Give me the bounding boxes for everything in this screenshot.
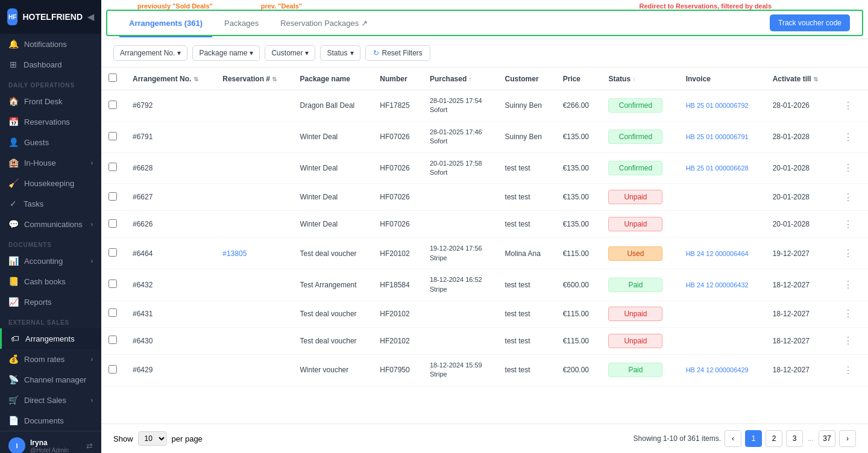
- row-checkbox[interactable]: [108, 163, 117, 171]
- filter-package-name[interactable]: Package name ▾: [192, 45, 260, 61]
- cell-number: HF07026: [373, 184, 423, 211]
- col-actions: [832, 67, 868, 90]
- sidebar-item-tasks[interactable]: ✓ Tasks: [0, 193, 101, 214]
- invoice-link[interactable]: HB 24 12 000006432: [686, 281, 749, 289]
- cell-activate-till: 28-01-2028: [766, 121, 833, 152]
- col-invoice: Invoice: [679, 67, 766, 90]
- row-more-button[interactable]: ⋮: [840, 334, 857, 348]
- col-arrangement-no[interactable]: Arrangement No. ⇅: [125, 67, 215, 90]
- row-checkbox[interactable]: [108, 365, 117, 373]
- cell-reservation: [215, 184, 292, 211]
- row-checkbox[interactable]: [108, 308, 117, 317]
- sidebar-item-notifications[interactable]: 🔔 Notifications: [0, 34, 101, 54]
- accounting-chevron: ›: [91, 258, 93, 264]
- prev-page-btn[interactable]: ‹: [725, 430, 741, 447]
- row-more-button[interactable]: ⋮: [840, 246, 857, 260]
- col-reservation[interactable]: Reservation # ⇅: [215, 67, 292, 90]
- sidebar-item-reservations[interactable]: 📅 Reservations: [0, 111, 101, 132]
- col-purchased[interactable]: Purchased ↑: [423, 67, 498, 90]
- cell-number: HF18584: [373, 269, 423, 301]
- filter-arrangement-no[interactable]: Arrangement No. ▾: [113, 45, 187, 61]
- sidebar-item-in-house[interactable]: 🏨 In-House ›: [0, 152, 101, 173]
- col-activate-till[interactable]: Activate till ⇅: [766, 67, 833, 90]
- row-more-button[interactable]: ⋮: [840, 217, 857, 231]
- sidebar-item-front-desk[interactable]: 🏠 Front Desk: [0, 91, 101, 111]
- cell-customer: test test: [498, 327, 556, 354]
- cell-invoice: HB 24 12 000006429: [679, 354, 766, 386]
- invoice-link[interactable]: HB 25 01 000006628: [686, 164, 749, 172]
- cell-package-name: Test Arrangement: [293, 269, 373, 301]
- row-more-button[interactable]: ⋮: [840, 278, 857, 292]
- select-all-header[interactable]: [101, 67, 125, 90]
- track-voucher-button[interactable]: Track voucher code: [770, 14, 850, 31]
- filter-customer[interactable]: Customer ▾: [265, 45, 315, 61]
- row-checkbox[interactable]: [108, 248, 117, 257]
- row-more-button[interactable]: ⋮: [840, 161, 857, 175]
- sidebar-item-documents[interactable]: 📄 Documents: [0, 410, 101, 431]
- next-page-btn[interactable]: ›: [839, 430, 856, 447]
- sort-icon: ⇅: [272, 76, 277, 83]
- row-more-button[interactable]: ⋮: [840, 363, 857, 377]
- sidebar-item-cash-books[interactable]: 📒 Cash books: [0, 271, 101, 292]
- bell-icon: 🔔: [8, 39, 19, 49]
- table-row: #6430Test deal voucherHF20102test test€1…: [101, 327, 868, 354]
- page-1-btn[interactable]: 1: [745, 430, 762, 447]
- row-more-button[interactable]: ⋮: [840, 307, 857, 320]
- page-last-btn[interactable]: 37: [819, 430, 835, 447]
- cell-arrangement-no: #6430: [125, 327, 215, 354]
- sidebar-item-communications[interactable]: 💬 Communications ›: [0, 214, 101, 234]
- row-more-button[interactable]: ⋮: [840, 99, 857, 113]
- cell-status: Confirmed: [601, 90, 678, 122]
- sidebar-item-housekeeping[interactable]: 🧹 Housekeeping: [0, 173, 101, 193]
- annotation-sold-deals: previously "Sold Deals": [137, 2, 213, 10]
- row-more-button[interactable]: ⋮: [840, 190, 857, 204]
- invoice-link[interactable]: HB 25 01 000006792: [686, 102, 749, 109]
- cell-invoice: HB 24 12 000006432: [679, 269, 766, 301]
- show-label: Show: [113, 434, 133, 443]
- sidebar-item-direct-sales[interactable]: 🛒 Direct Sales ›: [0, 390, 101, 410]
- page-2-btn[interactable]: 2: [766, 430, 782, 447]
- sidebar-item-channel-manager[interactable]: 📡 Channel manager: [0, 369, 101, 390]
- user-role: @Hotel Admin: [30, 447, 69, 454]
- tab-arrangements[interactable]: Arrangements (361): [119, 10, 212, 37]
- sidebar-item-reports[interactable]: 📈 Reports: [0, 292, 101, 312]
- invoice-link[interactable]: HB 24 12 000006429: [686, 366, 749, 373]
- cell-reservation: [215, 211, 292, 238]
- col-status[interactable]: Status ↑: [601, 67, 678, 90]
- page-3-btn[interactable]: 3: [786, 430, 803, 447]
- invoice-link[interactable]: HB 25 01 000006791: [686, 133, 749, 140]
- sidebar-collapse-btn[interactable]: ◀: [87, 12, 94, 22]
- reservation-link[interactable]: #13805: [222, 249, 247, 258]
- select-all-checkbox[interactable]: [108, 73, 117, 82]
- sidebar-item-arrangements[interactable]: 🏷 Arrangements: [0, 328, 101, 349]
- sidebar-item-room-rates[interactable]: 💰 Room rates ›: [0, 349, 101, 369]
- sidebar-item-dashboard[interactable]: ⊞ Dashboard: [0, 54, 101, 75]
- reset-filters-button[interactable]: ↻ Reset Filters: [365, 45, 430, 61]
- cell-invoice: HB 25 01 000006792: [679, 90, 766, 122]
- tab-reservation-packages[interactable]: Reservation Packages ↗: [271, 10, 377, 37]
- invoice-link[interactable]: HB 24 12 000006464: [686, 250, 749, 257]
- row-checkbox[interactable]: [108, 192, 117, 201]
- tabs-bar: Arrangements (361) Packages Reservation …: [106, 10, 863, 36]
- row-checkbox[interactable]: [108, 280, 117, 288]
- row-checkbox[interactable]: [108, 101, 117, 109]
- app-name: HOTELFRIEND: [22, 12, 83, 22]
- guests-icon: 👤: [8, 137, 19, 147]
- row-checkbox[interactable]: [108, 219, 117, 228]
- sidebar-item-accounting[interactable]: 📊 Accounting ›: [0, 251, 101, 271]
- row-checkbox[interactable]: [108, 336, 117, 344]
- row-checkbox[interactable]: [108, 132, 117, 140]
- col-number: Number: [373, 67, 423, 90]
- user-menu-icon[interactable]: ⇄: [86, 442, 93, 451]
- cell-activate-till: 18-12-2027: [766, 354, 833, 386]
- row-checkbox-cell: [101, 269, 125, 301]
- pagination-dots: ...: [807, 434, 815, 443]
- status-badge: Paid: [608, 278, 662, 292]
- tab-packages[interactable]: Packages: [215, 10, 268, 37]
- sidebar-item-guests[interactable]: 👤 Guests: [0, 132, 101, 152]
- page-size-select[interactable]: 10 25 50: [138, 431, 167, 446]
- filter-status[interactable]: Status ▾: [320, 45, 360, 61]
- row-more-button[interactable]: ⋮: [840, 130, 857, 144]
- status-badge: Unpaid: [608, 334, 662, 348]
- sort-icon: ↑: [632, 76, 635, 83]
